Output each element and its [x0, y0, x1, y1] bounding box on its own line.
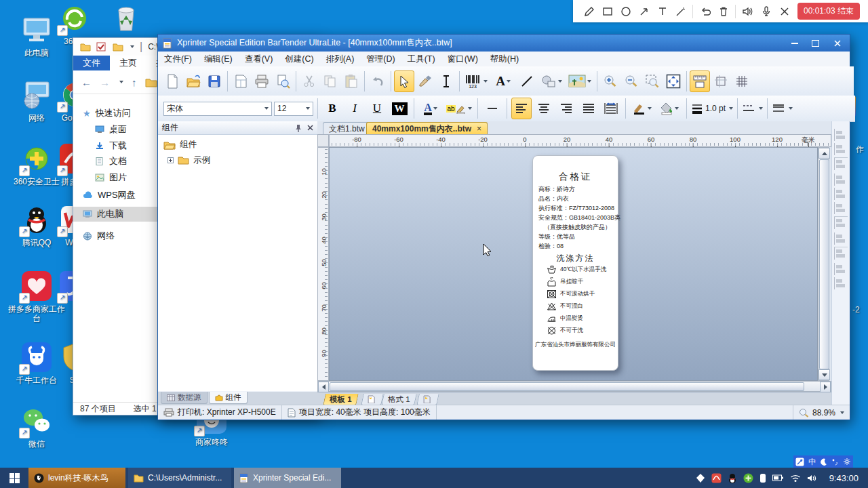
pencil-tool-icon[interactable] [580, 3, 598, 20]
inverse-button[interactable]: W [389, 98, 410, 119]
align-right-button[interactable] [556, 98, 576, 119]
guides-button[interactable] [711, 70, 731, 92]
task-explorer[interactable]: C:\Users\Administr... [128, 468, 231, 488]
tray-pdd-icon[interactable] [711, 473, 722, 483]
distribute-v-icon[interactable] [834, 263, 848, 275]
scroll-thumb[interactable] [330, 382, 804, 391]
pin-icon[interactable] [295, 124, 302, 132]
bold-button[interactable]: B [322, 98, 342, 119]
font-select[interactable]: 宋体 [163, 102, 272, 116]
desktop-icon-wechat[interactable]: ↗ 微信 [8, 405, 65, 449]
ime-lang-toggle[interactable]: 中 [808, 457, 816, 467]
qat-dropdown-icon[interactable] [130, 45, 134, 48]
magic-wand-icon[interactable] [671, 3, 690, 20]
scroll-down-button[interactable] [818, 369, 830, 380]
page-setup-button[interactable] [231, 70, 251, 92]
zoom-control[interactable]: 88.9% [793, 405, 850, 420]
align-center-h-icon[interactable] [834, 188, 848, 200]
ime-logo-icon[interactable] [795, 458, 804, 466]
text-fit-button[interactable] [601, 98, 621, 119]
print-button[interactable] [252, 70, 272, 92]
scroll-up-button[interactable] [818, 148, 830, 159]
line-weight-dropdown-icon[interactable] [729, 107, 733, 110]
battery-icon[interactable] [772, 474, 784, 482]
label-object[interactable]: 合格证 商标：娇诗方 品名：内衣 执行标准：FZ/T73012-2008 安全规… [532, 155, 618, 371]
barcode-dropdown-icon[interactable] [484, 80, 488, 83]
center-in-label-v-icon[interactable] [834, 232, 848, 245]
fit-view-button[interactable] [663, 70, 684, 92]
text-annotate-icon[interactable] [653, 3, 671, 20]
tree-child-item[interactable]: 示例 [158, 150, 317, 166]
microphone-icon[interactable] [757, 3, 775, 20]
undo-button[interactable] [368, 70, 388, 92]
back-icon[interactable]: ← [81, 77, 92, 88]
punctuation-icon[interactable] [831, 458, 839, 466]
recent-dropdown-icon[interactable] [119, 81, 123, 83]
folder-icon[interactable] [113, 42, 123, 52]
menu-edit[interactable]: 编辑(E) [198, 54, 239, 65]
ellipse-tool-icon[interactable] [616, 3, 635, 20]
line-tool[interactable] [517, 70, 537, 92]
font-color-button[interactable]: A [418, 98, 443, 119]
align-center-v-icon[interactable] [834, 202, 848, 214]
tray-360-icon[interactable] [743, 473, 753, 483]
font-size-select[interactable]: 12 [274, 102, 313, 116]
image-tool[interactable] [566, 70, 594, 92]
zoom-dropdown-icon[interactable] [840, 411, 844, 414]
copy-button[interactable] [320, 70, 340, 92]
desktop-icon-recycle-bin[interactable] [106, 2, 146, 37]
menu-tools[interactable]: 工具(T) [401, 54, 441, 65]
expand-plus-icon[interactable] [167, 157, 174, 163]
align-left-button[interactable] [511, 98, 532, 119]
tray-qq-icon[interactable] [728, 473, 737, 483]
center-in-label-h-icon[interactable] [834, 216, 848, 230]
close-recording-icon[interactable] [775, 3, 793, 20]
text-tool[interactable]: A [490, 70, 516, 92]
align-left-icon[interactable] [834, 129, 848, 141]
tab-data-sources[interactable]: 数据源 [161, 392, 208, 404]
close-button[interactable] [825, 35, 850, 52]
folder-icon[interactable] [80, 42, 91, 52]
forward-icon[interactable]: → [100, 77, 110, 88]
menu-view[interactable]: 查看(V) [239, 54, 279, 65]
zoom-out-button[interactable] [621, 70, 642, 92]
equalize-icon[interactable] [834, 277, 848, 289]
tab-format-1[interactable]: 格式 1 [381, 394, 416, 405]
italic-button[interactable]: I [344, 98, 365, 119]
arrow-tool-icon[interactable] [635, 3, 653, 20]
up-icon[interactable]: ↑ [132, 77, 137, 88]
new-format-tab[interactable] [416, 394, 439, 405]
strikeline-button[interactable] [482, 98, 502, 119]
tab-file[interactable]: 文件 [73, 56, 110, 70]
menu-arrange[interactable]: 排列(A) [320, 54, 361, 65]
align-right-icon[interactable] [834, 143, 848, 155]
clock[interactable]: 9:43:00 [824, 473, 864, 483]
horizontal-scrollbar[interactable] [317, 381, 831, 392]
ruler-toggle-button[interactable] [690, 70, 710, 92]
minimize-button[interactable] [785, 35, 805, 52]
new-button[interactable] [162, 70, 182, 92]
distribute-h-icon[interactable] [834, 247, 848, 261]
text-cursor-tool[interactable] [436, 70, 456, 92]
start-button[interactable] [0, 468, 28, 488]
align-top-icon[interactable] [834, 157, 848, 171]
tab-home[interactable]: 主页 [110, 56, 146, 70]
tab-components[interactable]: 组件 [209, 392, 248, 404]
underline-button[interactable]: U [367, 98, 387, 119]
line-weight-value[interactable]: 1.0 pt [705, 104, 726, 113]
gear-icon[interactable] [843, 458, 851, 466]
align-bottom-icon[interactable] [834, 174, 848, 186]
menu-help[interactable]: 帮助(H) [484, 54, 525, 65]
tab-template-1[interactable]: 模板 1 [323, 394, 358, 405]
line-style-dropdown-icon[interactable] [789, 107, 793, 110]
print-preview-button[interactable] [273, 70, 293, 92]
highlight-button[interactable]: ab [445, 98, 473, 119]
format-painter-tool[interactable] [415, 70, 435, 92]
menu-manage[interactable]: 管理(D) [360, 54, 401, 65]
new-template-tab[interactable] [361, 394, 384, 405]
vertical-scrollbar[interactable] [818, 147, 829, 381]
align-center-button[interactable] [534, 98, 554, 119]
image-dropdown-icon[interactable] [587, 80, 591, 83]
menu-window[interactable]: 窗口(W) [441, 54, 484, 65]
open-button[interactable] [183, 70, 203, 92]
